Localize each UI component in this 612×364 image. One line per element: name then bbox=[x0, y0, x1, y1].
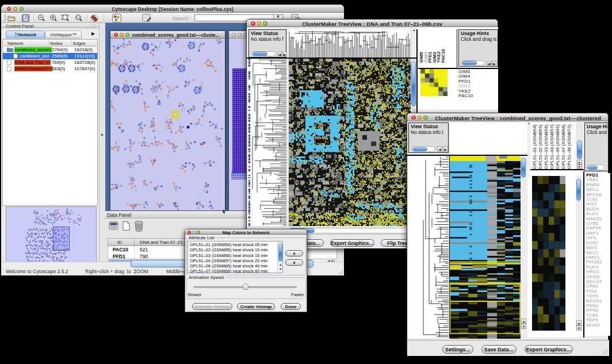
svg-text:1:1: 1:1 bbox=[76, 16, 81, 19]
